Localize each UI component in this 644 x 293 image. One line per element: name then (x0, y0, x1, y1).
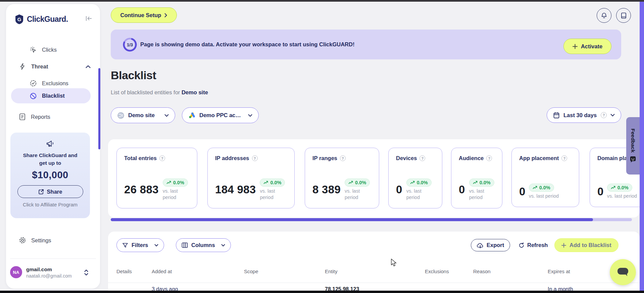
help-icon[interactable]: ? (252, 155, 258, 161)
chevron-down-icon (154, 244, 158, 247)
stat-value: 0 (459, 183, 465, 196)
date-range-value: Last 30 days (563, 112, 597, 118)
site-selector-value: Demo site (128, 112, 155, 118)
stat-card-audience: Audience? 0 0.0% vs. last period (451, 148, 502, 208)
delta-badge: 0.0% (529, 184, 554, 192)
docs-button[interactable] (616, 8, 631, 23)
stats-horizontal-scrollbar[interactable] (111, 218, 632, 221)
book-icon (621, 12, 627, 19)
chevron-down-icon (221, 244, 225, 247)
cell-expires-at: In a month (548, 286, 573, 291)
chevron-down-icon (248, 114, 252, 117)
sidebar-divider (10, 258, 96, 259)
sidebar-item-blacklist[interactable]: Blacklist (11, 88, 91, 103)
stat-value: 0 (519, 185, 526, 198)
stat-card-total-entries: Total entries? 26 883 0.0% vs. last peri… (116, 148, 197, 208)
sidebar-item-threat[interactable]: Threat (19, 60, 91, 73)
filters-label: Filters (132, 242, 148, 248)
table-header-divider (108, 283, 640, 283)
date-range-selector[interactable]: Last 30 days ? (547, 107, 621, 123)
vertical-scrollbar[interactable] (640, 2, 644, 291)
megaphone-icon (10, 133, 90, 149)
blacklist-table-panel: Filters Columns Export Refresh Add to Bl… (108, 232, 640, 291)
chat-bubble-icon (616, 266, 629, 278)
add-to-blacklist-button[interactable]: Add to Blacklist (554, 238, 618, 252)
col-header-expires-at[interactable]: Expires at (548, 268, 570, 274)
sidebar-item-settings[interactable]: Settings (19, 234, 51, 247)
settings-gear-icon (19, 237, 26, 244)
stats-scrollbar-thumb[interactable] (111, 218, 593, 221)
vs-last-period: vs. last period (607, 193, 637, 199)
notifications-button[interactable] (597, 8, 611, 23)
col-header-scope[interactable]: Scope (244, 268, 258, 274)
sidebar-item-reports[interactable]: Reports (19, 110, 50, 124)
help-icon[interactable]: ? (419, 155, 425, 161)
chat-launcher-button[interactable] (610, 259, 636, 285)
stat-card-ip-addresses: IP addresses? 184 983 0.0% vs. last peri… (207, 148, 295, 208)
help-icon[interactable]: ? (561, 155, 567, 161)
site-selector[interactable]: Demo site (111, 107, 175, 123)
stat-value: 184 983 (215, 183, 256, 196)
refresh-button[interactable]: Refresh (518, 239, 548, 251)
sidebar-item-clicks[interactable]: Clicks (30, 43, 57, 56)
feedback-tab[interactable]: Feedback (626, 117, 640, 175)
affiliate-caption: Click to Affiliate Program (10, 202, 90, 207)
avatar[interactable]: NA (10, 266, 22, 278)
stat-label: Audience (459, 155, 484, 161)
shield-logo-icon: G (15, 14, 24, 25)
banner-message: Page is showing demo data. Activate your… (140, 30, 354, 59)
stat-value: 8 389 (312, 183, 341, 196)
feedback-smiley-icon (629, 156, 637, 163)
sidebar-scrollbar[interactable] (98, 68, 100, 149)
delta-badge: 0.0% (469, 179, 494, 187)
page-subtitle: List of blacklisted entities for Demo si… (111, 89, 208, 96)
col-header-details[interactable]: Details (116, 268, 132, 274)
threat-icon (19, 63, 26, 70)
delta-badge: 0.0% (406, 179, 432, 187)
columns-button[interactable]: Columns (176, 238, 231, 252)
help-icon[interactable]: ? (340, 155, 346, 161)
globe-icon (117, 112, 125, 119)
filter-icon (122, 242, 128, 248)
calendar-icon (553, 112, 560, 119)
stat-card-ip-ranges: IP ranges? 8 389 0.0% vs. last period (305, 148, 379, 208)
stat-label: App placement (519, 155, 559, 161)
unfold-icon[interactable] (84, 269, 89, 276)
reports-icon (19, 113, 26, 120)
filters-button[interactable]: Filters (116, 238, 164, 252)
add-to-blacklist-label: Add to Blacklist (569, 242, 611, 248)
col-header-entity[interactable]: Entity (325, 268, 338, 274)
col-header-added-at[interactable]: Added at (152, 268, 172, 274)
external-link-icon (38, 189, 44, 195)
workspace-name: gmail.com (26, 266, 52, 273)
share-button[interactable]: Share (17, 185, 83, 198)
clicks-icon (30, 46, 37, 53)
vs-last-period: vs. last period (406, 188, 426, 201)
ppc-account-selector[interactable]: Demo PPC ac… (182, 107, 259, 123)
delta-badge: 0.0% (345, 179, 370, 187)
activate-button[interactable]: Activate (563, 39, 611, 54)
affiliate-promo-card[interactable]: Share ClickGuard andget up to $10,000 Sh… (10, 133, 90, 218)
refresh-label: Refresh (527, 242, 548, 248)
chevron-up-icon (86, 65, 91, 68)
stat-value: 26 883 (124, 183, 159, 196)
cell-entity: 78.125.98.123 (325, 286, 359, 291)
stat-value: 0 (597, 185, 604, 198)
plus-icon (561, 243, 566, 248)
stat-value: 0 (396, 183, 402, 196)
col-header-reason[interactable]: Reason (473, 268, 491, 274)
stat-label: Total entries (124, 155, 157, 161)
export-button[interactable]: Export (471, 239, 510, 251)
help-icon[interactable]: ? (159, 155, 165, 161)
stat-card-app-placement: App placement? 0 0.0% vs. last period (511, 148, 579, 207)
sidebar-item-exclusions[interactable]: Exclusions (30, 77, 68, 90)
help-icon[interactable]: ? (486, 155, 492, 161)
google-ads-icon (188, 112, 196, 119)
collapse-sidebar-icon[interactable] (85, 15, 93, 21)
ban-icon (30, 92, 37, 100)
help-icon: ? (601, 112, 607, 118)
col-header-exclusions[interactable]: Exclusions (425, 268, 449, 274)
brand: G ClickGuard. (15, 14, 68, 25)
stat-card-devices: Devices? 0 0.0% vs. last period (388, 148, 442, 208)
continue-setup-button[interactable]: Continue Setup (111, 7, 177, 23)
